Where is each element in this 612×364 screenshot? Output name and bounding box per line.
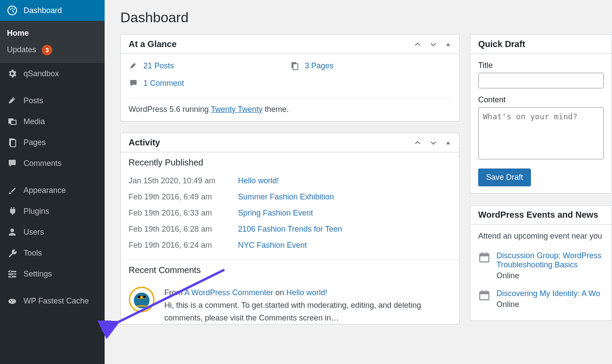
comment-row: From A WordPress Commenter on Hello worl… (121, 280, 459, 324)
sidebar-item-dashboard[interactable]: Dashboard (0, 0, 105, 21)
updates-badge: 3 (42, 45, 52, 55)
svg-marker-20 (446, 43, 450, 46)
theme-link[interactable]: Twenty Twenty (211, 105, 262, 114)
calendar-icon (478, 251, 490, 263)
content-label: Content (478, 95, 604, 104)
sidebar-item-label: Dashboard (24, 6, 62, 15)
sidebar-item-users[interactable]: Users (0, 222, 105, 243)
admin-sidebar: Dashboard Home Updates 3 qSandbox Posts … (0, 0, 105, 364)
svg-point-9 (10, 229, 14, 232)
glance-pages[interactable]: 3 Pages (290, 61, 451, 71)
sliders-icon (7, 269, 17, 279)
pages-icon (290, 61, 299, 71)
avatar (129, 286, 155, 313)
sidebar-item-plugins[interactable]: Plugins (0, 201, 105, 222)
event-link[interactable]: Discovering My Identity: A Wo (496, 289, 600, 298)
svg-rect-33 (480, 292, 489, 294)
sidebar-item-posts[interactable]: Posts (0, 90, 105, 111)
published-list: Jan 15th 2020, 10:49 amHello world! Feb … (121, 173, 459, 260)
list-item: Discovering My Identity: A Wo Online (478, 285, 604, 313)
svg-rect-29 (480, 254, 489, 256)
glance-posts[interactable]: 21 Posts (129, 61, 290, 71)
title-label: Title (478, 61, 604, 70)
chevron-up-icon[interactable] (414, 139, 422, 147)
svg-point-16 (8, 299, 16, 304)
sidebar-item-label: Settings (24, 270, 52, 279)
svg-rect-8 (10, 140, 16, 147)
chevron-down-icon[interactable] (429, 139, 437, 147)
glance-link: 1 Comment (143, 79, 184, 88)
svg-point-27 (143, 296, 146, 298)
list-item: Feb 19th 2016, 6:24 amNYC Fashion Event (129, 237, 451, 253)
svg-point-26 (138, 296, 140, 298)
chevron-down-icon[interactable] (429, 40, 437, 48)
post-link[interactable]: 2106 Fashion Trends for Teen (238, 225, 342, 234)
list-item: Jan 15th 2020, 10:49 amHello world! (129, 173, 451, 189)
svg-point-15 (10, 276, 13, 278)
svg-rect-6 (11, 120, 16, 125)
caret-up-icon[interactable] (445, 140, 451, 146)
save-draft-button[interactable]: Save Draft (478, 169, 531, 186)
main-content: Dashboard At a Glance 21 Po (105, 0, 612, 364)
svg-point-13 (10, 270, 12, 273)
wrench-icon (7, 248, 17, 258)
caret-up-icon[interactable] (445, 41, 451, 47)
wp-version-text: WordPress 5.6 running Twenty Twenty them… (129, 98, 451, 114)
sidebar-item-wpfc[interactable]: WP Fastest Cache (0, 290, 105, 311)
chevron-up-icon[interactable] (414, 40, 422, 48)
sidebar-item-comments[interactable]: Comments (0, 153, 105, 174)
list-item: Feb 19th 2016, 6:33 amSpring Fashion Eve… (129, 205, 451, 221)
post-date: Feb 19th 2016, 6:49 am (129, 192, 222, 202)
svg-point-17 (10, 300, 11, 301)
postbox-title: WordPress Events and News (478, 210, 598, 220)
list-item: Feb 19th 2016, 6:49 amSummer Fashion Exh… (129, 189, 451, 205)
sidebar-item-label: Updates (7, 45, 36, 54)
svg-rect-22 (293, 64, 298, 70)
post-date: Jan 15th 2020, 10:49 am (129, 176, 222, 185)
sidebar-item-media[interactable]: Media (0, 111, 105, 132)
at-a-glance-box: At a Glance 21 Posts (120, 34, 459, 121)
pages-icon (7, 137, 17, 148)
post-link[interactable]: Spring Fashion Event (238, 209, 313, 218)
sidebar-item-settings[interactable]: Settings (0, 263, 105, 284)
postbox-header: Activity (121, 133, 459, 152)
title-input[interactable] (478, 73, 604, 88)
svg-point-14 (13, 273, 15, 275)
media-icon (7, 116, 17, 127)
comment-text: Hi, this is a comment. To get started wi… (164, 299, 451, 324)
sidebar-item-appearance[interactable]: Appearance (0, 180, 105, 201)
plug-icon (7, 206, 17, 216)
sidebar-item-label: WP Fastest Cache (24, 297, 89, 306)
sidebar-item-label: Comments (24, 159, 61, 168)
sidebar-subitem-updates[interactable]: Updates 3 (0, 41, 105, 59)
sidebar-item-qsandbox[interactable]: qSandbox (0, 63, 105, 84)
content-textarea[interactable] (478, 107, 604, 159)
cheetah-icon (7, 296, 17, 306)
postbox-title: Activity (129, 138, 160, 148)
comment-author-link[interactable]: A WordPress Commenter (184, 288, 273, 297)
activity-box: Activity Recently Published Jan 15th 202… (120, 133, 459, 324)
post-date: Feb 19th 2016, 6:28 am (129, 225, 222, 234)
post-date: Feb 19th 2016, 6:24 am (129, 241, 222, 250)
sidebar-item-label: Tools (24, 249, 42, 258)
comment-post-link[interactable]: Hello world! (286, 288, 327, 297)
sidebar-item-pages[interactable]: Pages (0, 132, 105, 153)
wpevents-intro: Attend an upcoming event near you (478, 232, 604, 241)
sidebar-subitem-home[interactable]: Home (0, 25, 105, 41)
svg-point-19 (11, 301, 12, 302)
postbox-header: At a Glance (121, 35, 459, 54)
svg-line-4 (12, 10, 14, 12)
post-link[interactable]: Hello world! (238, 176, 279, 185)
svg-marker-23 (446, 141, 450, 144)
event-link[interactable]: Discussion Group: WordPress Troubleshoot… (496, 251, 604, 270)
quick-draft-box: Quick Draft Title Content Save Draft (470, 34, 612, 194)
post-link[interactable]: NYC Fashion Event (238, 241, 307, 250)
sidebar-item-tools[interactable]: Tools (0, 243, 105, 263)
post-date: Feb 19th 2016, 6:33 am (129, 209, 222, 218)
glance-comments[interactable]: 1 Comment (129, 78, 290, 88)
comment-icon (129, 78, 138, 88)
post-link[interactable]: Summer Fashion Exhibition (238, 192, 334, 202)
dashboard-submenu: Home Updates 3 (0, 21, 105, 63)
gear-icon (7, 68, 17, 79)
sidebar-item-label: Posts (24, 96, 43, 105)
